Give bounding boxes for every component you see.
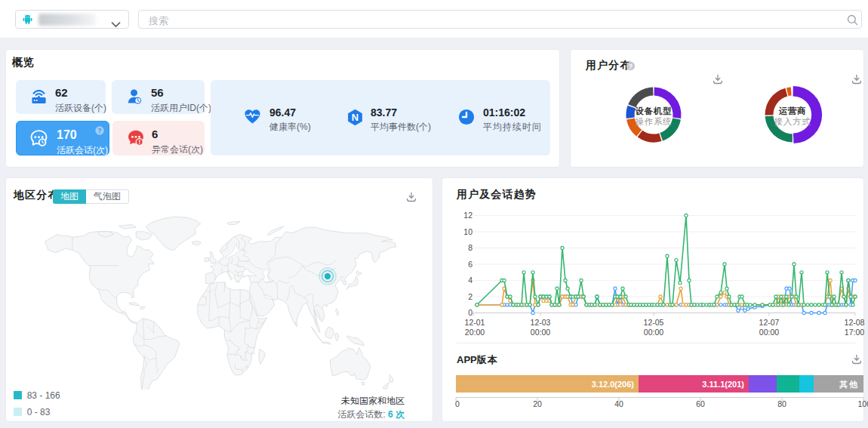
svg-text:12-05: 12-05 (644, 318, 664, 327)
svg-text:100: 100 (857, 399, 868, 408)
svg-text:80: 80 (777, 399, 786, 408)
svg-text:60: 60 (696, 399, 705, 408)
svg-text:其他: 其他 (839, 380, 859, 390)
svg-text:8: 8 (468, 243, 472, 252)
svg-text:40: 40 (614, 399, 623, 408)
svg-text:3.11.1(201): 3.11.1(201) (702, 380, 744, 389)
svg-text:20:00: 20:00 (465, 328, 485, 337)
svg-text:17:00: 17:00 (845, 328, 864, 337)
svg-text:12-03: 12-03 (531, 318, 551, 327)
svg-text:00:00: 00:00 (531, 328, 550, 337)
svg-text:20: 20 (533, 399, 542, 408)
svg-text:12-01: 12-01 (465, 318, 485, 327)
svg-text:10: 10 (463, 227, 472, 236)
svg-text:4: 4 (468, 276, 472, 285)
svg-text:12: 12 (463, 211, 472, 220)
svg-text:0: 0 (455, 399, 460, 408)
svg-text:00:00: 00:00 (759, 328, 779, 337)
svg-text:12-08: 12-08 (845, 318, 865, 327)
svg-text:6: 6 (468, 260, 472, 269)
svg-text:12-07: 12-07 (759, 318, 780, 327)
svg-text:3.12.0(206): 3.12.0(206) (592, 380, 635, 389)
svg-text:2: 2 (468, 292, 472, 301)
svg-text:0: 0 (468, 308, 472, 317)
svg-text:00:00: 00:00 (644, 328, 663, 337)
